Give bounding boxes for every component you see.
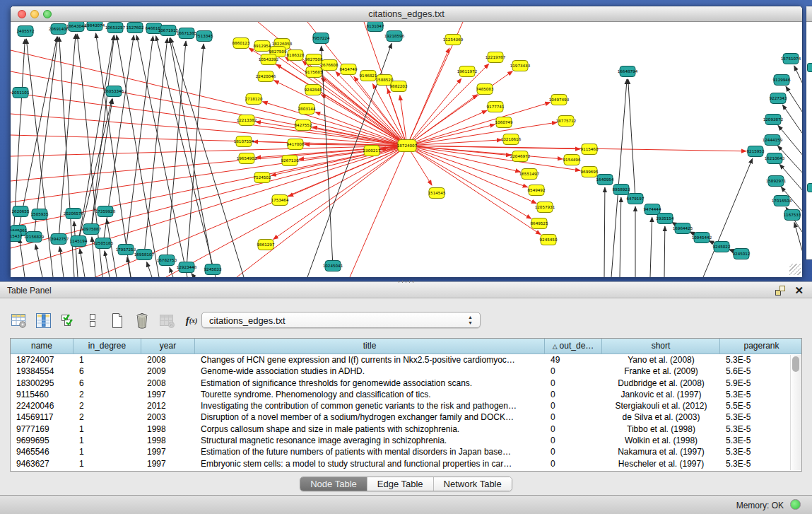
graph-node[interactable]: 16958107: [134, 250, 155, 260]
citation-edge-red[interactable]: [407, 124, 495, 146]
panel-drag-handle[interactable]: [397, 280, 416, 284]
cell-name[interactable]: 9115460: [11, 389, 73, 400]
new-table-button[interactable]: [109, 312, 126, 329]
graph-node[interactable]: 9177741: [487, 102, 505, 112]
graph-node[interactable]: 16782753: [157, 255, 177, 266]
graph-node[interactable]: 9227343: [770, 93, 787, 104]
cell-out_de[interactable]: 0: [545, 389, 602, 400]
cell-year[interactable]: 1998: [141, 435, 195, 446]
citation-edge-black[interactable]: [628, 79, 635, 199]
graph-node[interactable]: 10543392: [259, 54, 278, 65]
cell-name[interactable]: 18300295: [11, 378, 73, 389]
memory-status-indicator-icon[interactable]: [790, 499, 801, 510]
citation-network-graph[interactable]: 1872400788601238912954182260589827509818…: [11, 22, 802, 277]
cell-name[interactable]: 14569117: [11, 411, 73, 423]
tab-network-table[interactable]: Network Table: [434, 477, 512, 491]
cell-short[interactable]: Yano et al. (2008): [602, 354, 720, 366]
citation-edge-black[interactable]: [782, 105, 802, 135]
graph-node[interactable]: 19654903: [237, 153, 257, 164]
column-header-short[interactable]: short: [602, 339, 720, 354]
cell-out_de[interactable]: 0: [545, 411, 602, 423]
cell-year[interactable]: 2009: [141, 366, 195, 377]
cell-year[interactable]: 1997: [141, 389, 195, 400]
graph-node[interactable]: 19218596: [384, 31, 405, 42]
citation-edge-red[interactable]: [407, 140, 502, 146]
citation-edge-black[interactable]: [794, 66, 802, 86]
cell-out_de[interactable]: 0: [545, 400, 602, 411]
graph-node[interactable]: 9175685: [305, 67, 323, 78]
graph-node[interactable]: 18643044: [66, 22, 87, 32]
cell-year[interactable]: 2003: [141, 411, 195, 423]
table-panel-header[interactable]: Table Panel ✕: [0, 281, 812, 298]
graph-node[interactable]: 10671915: [158, 25, 179, 36]
graph-node[interactable]: 8186328: [287, 50, 305, 61]
citation-edge-red[interactable]: [11, 135, 407, 146]
cell-in_degree[interactable]: 1: [73, 354, 141, 366]
graph-node[interactable]: 9146821: [360, 71, 377, 81]
graph-node[interactable]: 18724007: [397, 140, 418, 152]
citation-edge-black[interactable]: [19, 238, 25, 277]
graph-node[interactable]: 20206576: [64, 209, 84, 219]
cell-name[interactable]: 22420046: [11, 400, 73, 411]
graph-node[interactable]: 8649525: [531, 218, 548, 229]
cell-short[interactable]: Jankovic et al. (1997): [602, 389, 720, 400]
graph-node[interactable]: 2405572: [17, 26, 35, 37]
cell-year[interactable]: 1997: [141, 458, 195, 469]
citation-edge-black[interactable]: [604, 187, 605, 277]
select-columns-button[interactable]: [35, 312, 52, 329]
graph-node[interactable]: 1753464: [271, 195, 289, 206]
citation-edge-black[interactable]: [794, 223, 802, 255]
table-row[interactable]: 1830029562008Estimation of significance …: [11, 378, 801, 389]
cell-in_degree[interactable]: 1: [73, 435, 141, 446]
cell-name[interactable]: 9465546: [11, 446, 73, 457]
graph-node[interactable]: 16551497: [519, 169, 540, 180]
vertical-scrollbar[interactable]: [790, 355, 801, 470]
table-row[interactable]: 1938455462009Genome-wide association stu…: [11, 366, 801, 377]
graph-node[interactable]: 6479197: [627, 194, 645, 204]
cell-out_de[interactable]: 0: [545, 446, 602, 457]
column-header-in_degree[interactable]: in_degree: [73, 339, 141, 354]
citation-edge-red[interactable]: [407, 146, 520, 172]
citation-edge-red[interactable]: [270, 51, 407, 146]
graph-node[interactable]: 12505185: [93, 238, 114, 249]
graph-node[interactable]: 1145194: [70, 236, 88, 247]
graph-node[interactable]: 8860123: [233, 38, 250, 49]
graph-node[interactable]: 2718120: [245, 94, 263, 105]
delete-table-button[interactable]: [134, 312, 151, 329]
scrollbar-thumb[interactable]: [792, 356, 799, 372]
graph-node[interactable]: 9699695: [581, 167, 599, 177]
cell-title[interactable]: Estimation of significance thresholds fo…: [195, 378, 545, 389]
table-row[interactable]: 946554611997Estimation of the future num…: [11, 446, 801, 457]
citation-edge-black[interactable]: [144, 38, 167, 255]
select-rows-button[interactable]: [59, 312, 76, 329]
graph-node[interactable]: 22046972: [510, 151, 530, 162]
graph-node[interactable]: 10975887: [81, 224, 102, 235]
cell-title[interactable]: Estimation of the future numbers of pati…: [195, 446, 545, 457]
close-icon[interactable]: ✕: [794, 284, 804, 297]
column-header-name[interactable]: name: [11, 339, 73, 354]
citation-edge-black[interactable]: [650, 217, 652, 277]
graph-node[interactable]: 9267130: [281, 156, 299, 166]
citation-edge-black[interactable]: [127, 257, 131, 277]
graph-node[interactable]: 17957253: [116, 245, 136, 255]
graph-node[interactable]: 9129946: [773, 75, 791, 86]
cell-year[interactable]: 1997: [141, 446, 195, 457]
table-row[interactable]: 911546021997Tourette syndrome. Phenomeno…: [11, 389, 801, 400]
cell-in_degree[interactable]: 2: [73, 411, 141, 423]
cell-year[interactable]: 2012: [141, 400, 195, 411]
cell-name[interactable]: 19384554: [11, 366, 73, 377]
cell-out_de[interactable]: 0: [545, 435, 602, 446]
graph-node[interactable]: 2300217: [363, 146, 381, 156]
cell-short[interactable]: Wolkin et al. (1998): [602, 435, 720, 446]
graph-node[interactable]: 10497493: [549, 95, 570, 105]
citation-edge-black[interactable]: [170, 267, 173, 277]
table-settings-button[interactable]: [10, 312, 27, 329]
citation-edge-black[interactable]: [147, 262, 152, 277]
cell-in_degree[interactable]: 1: [73, 424, 141, 435]
graph-node[interactable]: 1640954: [596, 175, 614, 185]
graph-node[interactable]: 15751074: [781, 54, 801, 64]
cell-name[interactable]: 9699695: [11, 435, 73, 446]
row-height-button[interactable]: [84, 312, 101, 329]
graph-node[interactable]: 9115460: [581, 144, 599, 155]
cell-in_degree[interactable]: 2: [73, 389, 141, 400]
